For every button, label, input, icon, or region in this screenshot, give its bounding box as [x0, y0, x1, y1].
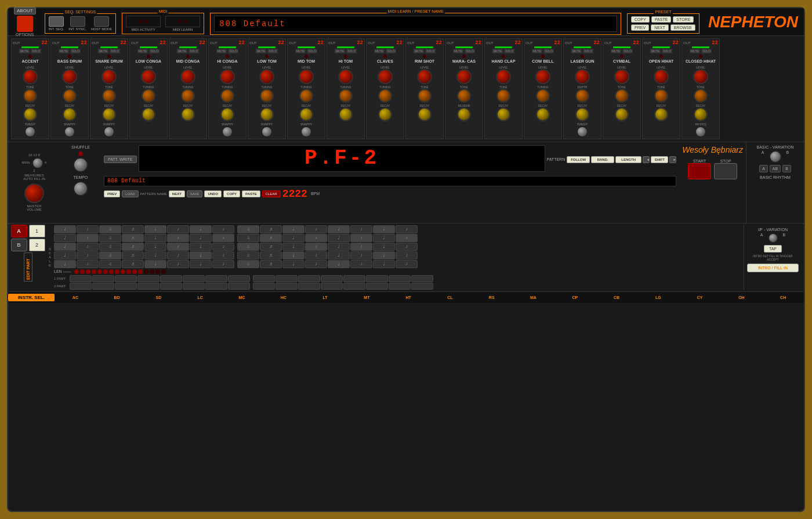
step-btn-row4-3[interactable]: ♬: [122, 260, 144, 268]
level-knob-low_conga[interactable]: [141, 69, 156, 84]
solo-btn-low_conga[interactable]: SOLO: [149, 49, 160, 53]
mute-btn-low_tom[interactable]: MUTE: [256, 49, 266, 53]
step-btn-row3-2[interactable]: ♫: [99, 251, 121, 260]
step-btn-row4-2[interactable]: ♫: [99, 260, 121, 268]
tone-knob-maracas[interactable]: [457, 89, 471, 103]
step-btn-row0-11[interactable]: ♪: [305, 225, 327, 233]
len-dot-12[interactable]: [144, 269, 148, 274]
mute-btn-hand_clap[interactable]: MUTE: [492, 49, 503, 53]
store-preset-button[interactable]: STORE: [673, 16, 694, 23]
mute-btn-hi_conga[interactable]: MUTE: [216, 49, 227, 53]
decay-knob-maracas[interactable]: [457, 107, 471, 121]
step-btn-row0-4[interactable]: ♩: [144, 225, 166, 233]
patt-write-button[interactable]: PATT. WRITE: [104, 156, 137, 163]
solo-btn-hi_conga[interactable]: SOLO: [228, 49, 238, 53]
solo-btn-maracas[interactable]: SOLO: [465, 49, 475, 53]
len-dot-8[interactable]: [121, 269, 125, 274]
instr-sel-button[interactable]: INSTR. SEL.: [8, 294, 55, 301]
step-btn-row3-4[interactable]: ♩: [144, 251, 166, 260]
part-btn-0-12[interactable]: [343, 275, 365, 282]
step-btn-row0-10[interactable]: ♩: [282, 225, 304, 233]
level-knob-accent[interactable]: [23, 69, 38, 84]
step-btn-row0-3[interactable]: ♬: [122, 225, 144, 233]
extra-knob-hi_conga[interactable]: [222, 126, 233, 138]
step-btn-row4-7[interactable]: ♪: [212, 260, 234, 268]
mute-btn-mid_tom[interactable]: MUTE: [295, 49, 306, 53]
step-btn-row3-6[interactable]: ♩: [190, 251, 212, 260]
decay-knob-snare_drum[interactable]: [102, 107, 116, 121]
extra-knob-mid_tom[interactable]: [300, 126, 312, 138]
decay-knob-accent[interactable]: [23, 107, 37, 121]
extra-knob-bass_drum[interactable]: [64, 126, 75, 138]
part-btn-1-13[interactable]: [366, 283, 388, 290]
var-b-button[interactable]: B: [782, 165, 791, 172]
int-sync-button[interactable]: INT. SYNC.: [68, 16, 86, 31]
step-btn-row4-5[interactable]: ♪: [167, 260, 189, 268]
step-btn-row0-6[interactable]: ♩: [190, 225, 212, 233]
part-btn-1-4[interactable]: [160, 283, 182, 290]
step-btn-row1-14[interactable]: ♩: [373, 234, 395, 242]
step-btn-row1-9[interactable]: ♬: [260, 234, 282, 242]
mute-btn-laser_gun[interactable]: MUTE: [571, 49, 582, 53]
step-btn-row2-14[interactable]: ♩: [373, 243, 395, 251]
extra-knob-snare_drum[interactable]: [103, 126, 115, 138]
step-btn-row0-1[interactable]: ♪: [77, 225, 99, 233]
int-seq-button[interactable]: INT. SEQ.: [49, 16, 64, 31]
solo-btn-claves[interactable]: SOLO: [386, 49, 396, 53]
solo-btn-mid_tom[interactable]: SOLO: [307, 49, 317, 53]
solo-btn-rim_shot[interactable]: SOLO: [425, 49, 436, 53]
level-knob-cow_bell[interactable]: [535, 69, 550, 84]
solo-btn-accent[interactable]: SOLO: [31, 49, 41, 53]
level-knob-mid_tom[interactable]: [299, 69, 314, 84]
mute-btn-cymbal[interactable]: MUTE: [611, 49, 621, 53]
step-btn-row4-12[interactable]: ♩: [328, 260, 350, 268]
step-btn-row2-11[interactable]: ♪: [305, 243, 327, 251]
mute-btn-accent[interactable]: MUTE: [19, 49, 30, 53]
len-dot-7[interactable]: [115, 269, 119, 274]
part-btn-1-15[interactable]: [411, 283, 433, 290]
decay-knob-laser_gun[interactable]: [575, 107, 589, 121]
mute-btn-bass_drum[interactable]: MUTE: [59, 49, 69, 53]
step-btn-row0-9[interactable]: ♬: [260, 225, 282, 233]
part-btn-1-0[interactable]: [70, 283, 92, 290]
start-button[interactable]: [688, 163, 711, 179]
extra-knob-low_tom[interactable]: [261, 126, 273, 138]
part-btn-1-11[interactable]: [321, 283, 343, 290]
len-dot-9[interactable]: [126, 269, 131, 274]
part-btn-0-8[interactable]: [253, 275, 275, 282]
len-dot-6[interactable]: [109, 269, 114, 274]
part-btn-0-6[interactable]: [205, 275, 227, 282]
step-btn-row4-4[interactable]: ♩: [144, 260, 166, 268]
level-knob-bass_drum[interactable]: [62, 69, 77, 84]
solo-btn-laser_gun[interactable]: SOLO: [583, 49, 593, 53]
step-btn-row0-8[interactable]: ♫: [237, 225, 259, 233]
step-btn-row2-9[interactable]: ♬: [260, 243, 282, 251]
decay-knob-mid_conga[interactable]: [181, 107, 195, 121]
level-knob-snare_drum[interactable]: [102, 69, 117, 84]
mute-btn-low_conga[interactable]: MUTE: [137, 49, 148, 53]
step-btn-row1-6[interactable]: ♩: [190, 234, 212, 242]
tone-knob-laser_gun[interactable]: [575, 89, 589, 103]
level-knob-rim_shot[interactable]: [417, 69, 432, 84]
step-btn-row1-2[interactable]: ♫: [99, 234, 121, 242]
step-btn-row2-10[interactable]: ♩: [282, 243, 304, 251]
prev-preset-button[interactable]: PREV: [631, 24, 649, 31]
part-btn-0-9[interactable]: [276, 275, 298, 282]
step-btn-row3-0[interactable]: ♩: [54, 251, 76, 260]
stop-button[interactable]: [714, 163, 737, 179]
part-btn-1-10[interactable]: [298, 283, 320, 290]
load-button[interactable]: LOAD: [122, 190, 138, 197]
level-knob-hand_clap[interactable]: [496, 69, 511, 84]
step-btn-row0-7[interactable]: ♪: [212, 225, 234, 233]
tone-knob-cow_bell[interactable]: [536, 89, 550, 103]
midi-learn-button[interactable]: MIDI LEARN: [165, 16, 200, 31]
len-dot-0[interactable]: [74, 269, 79, 274]
part-btn-1-12[interactable]: [343, 283, 365, 290]
part-btn-1-2[interactable]: [115, 283, 137, 290]
part-btn-1-1[interactable]: [92, 283, 114, 290]
len-dot-2[interactable]: [86, 269, 90, 274]
step-btn-row0-15[interactable]: ♪: [396, 225, 418, 233]
step-btn-row0-14[interactable]: ♩: [373, 225, 395, 233]
shuffle-knob[interactable]: [73, 157, 88, 172]
step-btn-row0-0[interactable]: ♩: [54, 225, 76, 233]
